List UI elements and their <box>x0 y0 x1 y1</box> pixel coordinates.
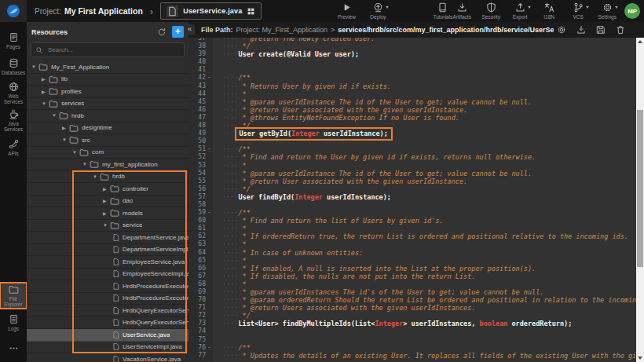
code-line: 60···· * Find and return the list of Use… <box>188 217 644 225</box>
editor-scrollbar[interactable] <box>636 38 644 362</box>
line-number: 75 <box>188 336 206 344</box>
tree-item-services[interactable]: ▼services <box>27 98 188 111</box>
refresh-icon[interactable] <box>157 27 166 37</box>
chevron-down-icon[interactable]: ▼ <box>31 64 38 69</box>
tree-item-models[interactable]: ▶models <box>27 207 188 220</box>
code-line: 49····User getById(Integer userIdInstanc… <box>188 130 644 137</box>
rail-item-logs[interactable]: Logs <box>0 310 27 335</box>
tree-item-employeeservice-java[interactable]: EmployeeService.java <box>27 256 188 269</box>
rail-item-file-explorer[interactable]: File Explorer <box>0 283 27 309</box>
avatar[interactable]: MP <box>624 3 640 19</box>
toolbar-button-settings[interactable]: Settings <box>598 2 617 20</box>
scroll-down-arrow-icon[interactable] <box>636 354 644 362</box>
chevron-down-icon[interactable]: ▼ <box>82 162 90 166</box>
toolbar-button-vcs[interactable]: VCS <box>569 2 587 20</box>
chevron-down-icon[interactable]: ▼ <box>72 150 79 155</box>
code-line: 42-····/** <box>188 74 644 82</box>
rail-item-pages[interactable]: Pages <box>0 28 27 53</box>
tree-item-hrdbprocedureexecutorserviceimpl-java[interactable]: HrdbProcedureExecutorServiceImpl.java <box>27 293 188 305</box>
line-number: 60 <box>188 217 206 225</box>
tree-item-controller[interactable]: ▶controller <box>27 183 188 196</box>
fold-marker-icon[interactable]: - <box>206 209 213 217</box>
tree-item-departmentserviceimpl-java[interactable]: DepartmentServiceImpl.java <box>27 244 188 257</box>
download-file-icon[interactable] <box>576 25 586 35</box>
tree-item-vacationservice-java[interactable]: VacationService.java <box>27 353 188 362</box>
toolbar-button-artifacts[interactable]: Artifacts <box>452 2 471 20</box>
toolbar-button-export[interactable]: Export <box>510 2 529 20</box>
main-area: PagesDatabasesWeb ServicesJava ServicesA… <box>0 22 644 362</box>
active-file-tab[interactable]: UserService.java <box>160 2 262 20</box>
tree-item-dao[interactable]: ▶dao <box>27 196 188 208</box>
fold-marker-icon[interactable]: - <box>206 74 213 82</box>
toolbar-button-preview[interactable]: Preview <box>337 2 356 20</box>
scroll-up-arrow-icon[interactable] <box>636 38 644 46</box>
tree-item-userservice-java[interactable]: UserService.java <box>27 329 188 342</box>
fold-marker-icon[interactable]: - <box>206 145 213 153</box>
scrollbar-thumb[interactable] <box>637 110 643 267</box>
tree-item-my-first-application[interactable]: ▼My_First_Application <box>27 61 188 74</box>
tree-item-lib[interactable]: ▶lib <box>27 74 188 86</box>
rail-item-more[interactable] <box>0 336 27 360</box>
code-line: 69···· * @param userIdInstances The id's… <box>188 288 644 296</box>
tree-item-label: hrdb <box>112 173 125 180</box>
chevron-right-icon[interactable]: ▶ <box>62 125 69 130</box>
line-number: 40 <box>188 58 206 66</box>
tree-item-hrdbqueryexecutorserviceimpl-java[interactable]: HrdbQueryExecutorServiceImpl.java <box>27 317 188 330</box>
chevron-right-icon[interactable]: ▶ <box>42 89 49 94</box>
chevron-down-icon[interactable]: ▼ <box>93 174 100 179</box>
toolbar-button-i18n[interactable]: I18N <box>540 2 558 20</box>
toolbar-right: ArtifactsSecurityExportI18NVCSSettings <box>452 2 617 20</box>
tree-item-hrdb[interactable]: ▼hrdb <box>27 110 188 122</box>
tree-item-designtime[interactable]: ▶designtime <box>27 122 188 135</box>
chevron-down-icon[interactable]: ▼ <box>42 101 49 106</box>
tree-item-my-first-application[interactable]: ▼my_first_application <box>27 159 188 171</box>
chevron-right-icon[interactable]: ▶ <box>103 198 110 203</box>
line-number: 62 <box>188 232 206 240</box>
chevron-right-icon[interactable]: ▶ <box>103 186 110 192</box>
tree-item-hrdbprocedureexecutorservice-java[interactable]: HrdbProcedureExecutorService.java <box>27 280 188 293</box>
folder-icon <box>49 100 58 108</box>
rail-item-java-services[interactable]: Java Services <box>0 108 27 133</box>
code-line: 54···· * @param userIdInstance The id of… <box>188 170 644 177</box>
code-line: 67···· * If disabled, the nulls are not … <box>188 272 644 280</box>
add-resource-button[interactable]: + <box>172 26 184 38</box>
rail-item-apis[interactable]: APIs <box>0 135 27 159</box>
chevron-down-icon[interactable]: ▼ <box>103 223 110 228</box>
tree-item-label: src <box>82 137 90 144</box>
save-icon[interactable] <box>596 25 606 35</box>
tree-item-userserviceimpl-java[interactable]: UserServiceImpl.java <box>27 342 188 354</box>
fold-marker-icon[interactable]: - <box>206 344 213 352</box>
folder-icon <box>90 160 99 168</box>
tree-item-com[interactable]: ▼com <box>27 147 188 159</box>
resources-search[interactable] <box>31 42 185 57</box>
toolbar-button-security[interactable]: Security <box>481 2 500 20</box>
fold-gutter <box>206 114 213 122</box>
line-number: 51 <box>188 145 206 153</box>
settings-icon[interactable] <box>557 25 566 35</box>
rail-item-databases[interactable]: Databases <box>0 54 27 79</box>
tree-item-service[interactable]: ▼service <box>27 220 188 232</box>
chevron-down-icon[interactable]: ▼ <box>52 113 59 118</box>
rail-item-web-services[interactable]: Web Services <box>0 80 27 106</box>
tree-item-hrdbqueryexecutorservice-java[interactable]: HrdbQueryExecutorService.java <box>27 305 188 317</box>
code-area[interactable]: 37···· * @return The newly created User.… <box>188 38 644 362</box>
tree-item-hrdb[interactable]: ▼hrdb <box>27 171 188 184</box>
delete-icon[interactable] <box>616 25 625 35</box>
search-input[interactable] <box>46 46 180 54</box>
tree-item-src[interactable]: ▼src <box>27 134 188 147</box>
line-number: 41 <box>188 66 206 74</box>
toolbar-button-deploy[interactable]: Deploy <box>368 2 387 20</box>
wavemaker-logo[interactable] <box>0 0 27 22</box>
tree-item-employeeserviceimpl-java[interactable]: EmployeeServiceImpl.java <box>27 269 188 281</box>
collapse-panel-button[interactable]: « <box>185 24 195 35</box>
tree-item-profiles[interactable]: ▶profiles <box>27 86 188 98</box>
fold-gutter <box>206 257 213 265</box>
toolbar-button-tutorials[interactable]: Tutorials <box>433 2 452 20</box>
chevron-down-icon[interactable]: ▼ <box>62 137 69 142</box>
tree-item-departmentservice-java[interactable]: DepartmentService.java <box>27 232 188 244</box>
chevron-right-icon[interactable]: ▶ <box>103 210 110 216</box>
grid-icon[interactable] <box>247 7 255 16</box>
fold-gutter <box>206 288 213 296</box>
chevron-right-icon[interactable]: ▶ <box>42 76 49 82</box>
rail-item-label: APIs <box>0 151 27 156</box>
